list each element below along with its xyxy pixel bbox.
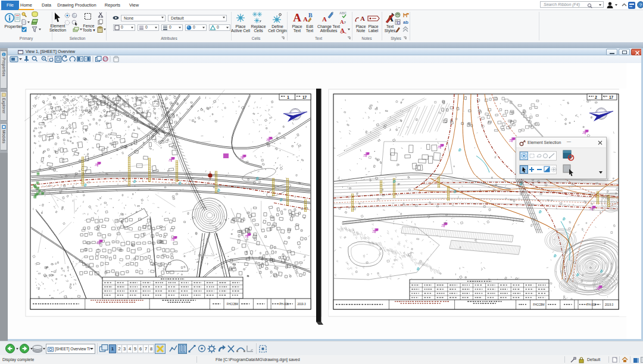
- svg-text:2: 2: [595, 95, 597, 99]
- svg-text:FHCCBM: FHCCBM: [227, 303, 238, 306]
- svg-text:1: 1: [287, 95, 289, 99]
- svg-text:2019.3: 2019.3: [297, 303, 305, 306]
- svg-text:?: ?: [639, 2, 642, 8]
- svg-text:A: A: [360, 15, 365, 22]
- svg-text:FHCCBM: FHCCBM: [533, 303, 544, 306]
- svg-text:2019.3: 2019.3: [605, 303, 613, 306]
- svg-text:17: 17: [302, 95, 307, 99]
- svg-text:17: 17: [609, 95, 614, 99]
